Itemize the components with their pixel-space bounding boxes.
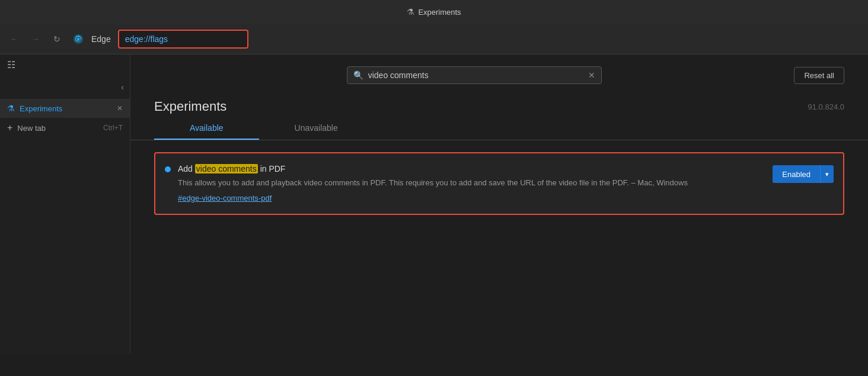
main-layout: ☷ ‹ ⚗ Experiments ✕ + New tab Ctrl+T 🔍 ✕	[0, 54, 868, 353]
search-input[interactable]	[368, 70, 583, 80]
address-bar-wrapper	[118, 30, 248, 49]
content-area: 🔍 ✕ Reset all Experiments 91.0.824.0 Ava…	[130, 54, 868, 353]
new-tab-plus-icon: +	[7, 123, 12, 133]
back-button[interactable]: ←	[6, 31, 23, 47]
experiment-text: Add video comments in PDF This allows yo…	[178, 164, 765, 203]
sidebar-collapse-button[interactable]: ‹	[121, 82, 124, 92]
experiment-link[interactable]: #edge-video-comments-pdf	[178, 194, 272, 203]
refresh-button[interactable]: ↻	[49, 31, 65, 47]
address-bar[interactable]	[118, 30, 248, 49]
browser-chrome: ← → ↻ Edge	[0, 24, 868, 54]
title-bar-text: Experiments	[418, 8, 461, 17]
experiment-title: Add video comments in PDF	[178, 164, 765, 173]
experiments-title: Experiments	[154, 99, 226, 114]
tab-unavailable[interactable]: Unavailable	[259, 117, 374, 140]
title-bar-content: ⚗ Experiments	[407, 7, 461, 17]
experiment-control: Enabled ▾	[773, 165, 834, 183]
title-highlight: video comments	[195, 164, 258, 173]
experiment-list: Add video comments in PDF This allows yo…	[130, 152, 868, 215]
forward-icon: →	[31, 34, 40, 44]
calendar-icon: ☷	[7, 59, 15, 70]
edge-text: Edge	[91, 34, 111, 44]
new-tab-item[interactable]: + New tab Ctrl+T	[0, 118, 130, 138]
sidebar-top-icons: ☷	[0, 54, 130, 75]
sidebar-header: ‹	[0, 75, 130, 99]
experiment-item: Add video comments in PDF This allows yo…	[154, 152, 844, 215]
title-prefix: Add	[178, 164, 195, 173]
forward-button[interactable]: →	[27, 31, 44, 47]
beaker-icon: ⚗	[407, 7, 414, 17]
search-box: 🔍 ✕	[347, 66, 602, 84]
version-text: 91.0.824.0	[808, 102, 844, 111]
experiments-tab-icon: ⚗	[7, 104, 15, 113]
experiments-tabs: Available Unavailable	[130, 117, 868, 140]
new-tab-label: New tab	[17, 124, 98, 133]
experiment-description: This allows you to add and playback vide…	[178, 177, 765, 189]
title-bar: ⚗ Experiments	[0, 0, 868, 24]
sidebar-experiments-tab[interactable]: ⚗ Experiments ✕	[0, 99, 130, 118]
new-tab-shortcut: Ctrl+T	[103, 124, 123, 132]
experiments-header: Experiments 91.0.824.0	[130, 93, 868, 117]
experiment-dot	[165, 166, 171, 172]
search-area: 🔍 ✕ Reset all	[130, 54, 868, 93]
dropdown-arrow-icon: ▾	[825, 171, 829, 178]
tab-available[interactable]: Available	[154, 117, 259, 140]
sidebar: ☷ ‹ ⚗ Experiments ✕ + New tab Ctrl+T	[0, 54, 130, 353]
search-icon: 🔍	[353, 70, 363, 80]
back-icon: ←	[10, 34, 18, 44]
experiments-tab-close[interactable]: ✕	[117, 104, 123, 113]
experiments-tab-label: Experiments	[20, 104, 112, 113]
enabled-button[interactable]: Enabled	[773, 165, 820, 183]
reset-all-button[interactable]: Reset all	[794, 67, 844, 84]
search-clear-icon[interactable]: ✕	[588, 70, 595, 80]
refresh-icon: ↻	[53, 34, 60, 44]
edge-logo	[70, 31, 87, 47]
dropdown-arrow-button[interactable]: ▾	[820, 165, 834, 183]
title-suffix: in PDF	[258, 164, 286, 173]
